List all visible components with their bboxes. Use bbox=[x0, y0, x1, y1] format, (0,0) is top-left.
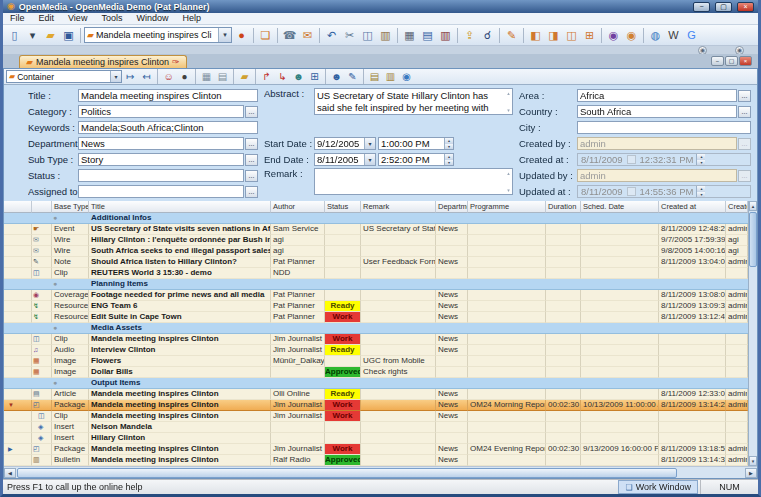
layout-right-button[interactable]: ◨ bbox=[545, 27, 562, 44]
start-date-input[interactable]: 9/12/2005 ▾ bbox=[314, 137, 376, 150]
assigned-to-input[interactable] bbox=[78, 185, 244, 198]
table-row[interactable]: ▤ArticleMandela meeting inspires Clinton… bbox=[4, 389, 748, 400]
end-time-input[interactable]: 2:52:00 PM ▴▾ bbox=[378, 153, 454, 166]
table-row[interactable]: ▥BulletinMandela meeting inspires Clinto… bbox=[4, 455, 748, 466]
layout-grid-button[interactable]: ⊞ bbox=[581, 27, 598, 44]
undo-button[interactable]: ↶ bbox=[323, 27, 340, 44]
city-input[interactable] bbox=[577, 121, 751, 134]
table-row[interactable]: ↯ResourceEdit Suite in Cape TownPat Plan… bbox=[4, 312, 748, 323]
column-header-baseType[interactable]: Base Type bbox=[52, 201, 89, 213]
user-edit-button[interactable]: ✎ bbox=[345, 70, 360, 84]
work-window-indicator[interactable]: ❏ Work Window bbox=[618, 480, 698, 494]
section-row[interactable]: ●Planning Items bbox=[4, 279, 748, 290]
table-row[interactable]: ✎NoteShould Africa listen to Hillary Cli… bbox=[4, 257, 748, 268]
chevron-down-icon[interactable]: ▾ bbox=[364, 154, 375, 165]
column-header-expander[interactable] bbox=[4, 201, 32, 213]
sub-type-input[interactable] bbox=[78, 153, 244, 166]
section-row[interactable]: ●Media Assets bbox=[4, 323, 748, 334]
child-close-button[interactable]: × bbox=[739, 56, 752, 66]
column-header-programme[interactable]: Programme bbox=[468, 201, 546, 213]
print-preview-button[interactable]: ▤ bbox=[215, 70, 230, 84]
layout-split-button[interactable]: ◫ bbox=[563, 27, 580, 44]
archive-button[interactable]: ▥ bbox=[437, 27, 454, 44]
team-button[interactable]: ☻ bbox=[291, 70, 306, 84]
globe-button[interactable]: ◉ bbox=[399, 70, 414, 84]
stop-button[interactable]: ● bbox=[177, 70, 192, 84]
print-button[interactable]: ▦ bbox=[199, 70, 214, 84]
close-document-button[interactable]: ● bbox=[233, 27, 250, 44]
keywords-input[interactable] bbox=[78, 121, 258, 134]
phone-button[interactable]: ☎ bbox=[281, 27, 298, 44]
layout-left-button[interactable]: ◧ bbox=[527, 27, 544, 44]
form-alt-button[interactable]: ▥ bbox=[383, 70, 398, 84]
scroll-left-button[interactable]: ◀ bbox=[4, 468, 16, 478]
globe-button[interactable]: ◍ bbox=[647, 27, 664, 44]
status-picker-button[interactable]: ... bbox=[245, 170, 258, 182]
copy-button[interactable]: ◫ bbox=[359, 27, 376, 44]
column-header-author[interactable]: Author bbox=[271, 201, 325, 213]
child-restore-button[interactable]: ▢ bbox=[725, 56, 738, 66]
table-row[interactable]: ↯ResourceENG Team 6Pat PlannerReadyNews8… bbox=[4, 301, 748, 312]
table-row[interactable]: ♫AudioInterview ClintonJim JournalistRea… bbox=[4, 345, 748, 356]
menu-file[interactable]: File bbox=[3, 13, 32, 24]
table-row[interactable]: ▦ImageFlowersMünür_Dalkay_UGC from Mobil… bbox=[4, 356, 748, 367]
scroll-up-button[interactable]: ▴ bbox=[749, 201, 757, 211]
table-row[interactable]: ▼◰PackageMandela meeting inspires Clinto… bbox=[4, 400, 748, 411]
assign-forward-button[interactable]: ↦ bbox=[123, 70, 138, 84]
menu-help[interactable]: Help bbox=[175, 13, 208, 24]
paste-button[interactable]: ▥ bbox=[377, 27, 394, 44]
column-header-createdBy[interactable]: Created by bbox=[726, 201, 748, 213]
search-button[interactable]: ☌ bbox=[479, 27, 496, 44]
start-time-input[interactable]: 1:00:00 PM ▴▾ bbox=[378, 137, 454, 150]
close-button[interactable]: × bbox=[737, 2, 754, 12]
section-row[interactable]: ●Additional Infos bbox=[4, 213, 748, 224]
column-header-remark[interactable]: Remark bbox=[361, 201, 436, 213]
menu-view[interactable]: View bbox=[61, 13, 94, 24]
column-header-duration[interactable]: Duration bbox=[546, 201, 581, 213]
menu-window[interactable]: Window bbox=[129, 13, 175, 24]
new-document-dropdown[interactable]: ▾ bbox=[24, 27, 41, 44]
document-properties-button[interactable]: ▤ bbox=[419, 27, 436, 44]
horizontal-scroll-thumb[interactable] bbox=[17, 468, 677, 478]
assign-back-button[interactable]: ↤ bbox=[139, 70, 154, 84]
table-row[interactable]: ◈InsertNelson Mandela bbox=[4, 422, 748, 433]
table-row[interactable]: ✉WireSouth Africa seeks to end illegal p… bbox=[4, 246, 748, 257]
tab-mandela-meeting[interactable]: ▰ Mandela meeting inspires Clinton ✑ bbox=[19, 55, 187, 68]
area-picker-button[interactable]: ... bbox=[738, 90, 751, 102]
menu-edit[interactable]: Edit bbox=[32, 13, 62, 24]
rundown-button[interactable]: ⊞ bbox=[307, 70, 322, 84]
chevron-down-icon[interactable]: ▾ bbox=[110, 71, 121, 82]
folder-publish-button[interactable]: ▰ bbox=[237, 70, 252, 84]
column-header-schedDate[interactable]: Sched. Date bbox=[581, 201, 659, 213]
document-combo[interactable]: ▰Mandela meeting inspires Cli▾ bbox=[84, 27, 232, 43]
remark-scrollbar[interactable]: ▴▾ bbox=[505, 169, 512, 194]
table-row[interactable]: ☛EventUS Secretary of State visits seven… bbox=[4, 224, 748, 235]
country-picker-button[interactable]: ... bbox=[738, 106, 751, 118]
category-input[interactable] bbox=[78, 105, 244, 118]
title-input[interactable] bbox=[78, 89, 258, 102]
cut-button[interactable]: ✂ bbox=[341, 27, 358, 44]
child-minimize-button[interactable]: − bbox=[711, 56, 724, 66]
column-header-icon[interactable] bbox=[32, 201, 52, 213]
mail-button[interactable]: ✉ bbox=[299, 27, 316, 44]
column-header-status[interactable]: Status bbox=[325, 201, 361, 213]
table-row[interactable]: ◫ClipMandela meeting inspires ClintonJim… bbox=[4, 334, 748, 345]
status-input[interactable] bbox=[78, 169, 244, 182]
google-button[interactable]: G bbox=[683, 27, 700, 44]
maximize-button[interactable]: ▢ bbox=[715, 2, 732, 12]
collapse-icon[interactable]: ▼ bbox=[4, 400, 32, 411]
vertical-scroll-thumb[interactable] bbox=[749, 212, 757, 267]
open-folder-button[interactable]: ▰ bbox=[42, 27, 59, 44]
column-header-department[interactable]: Department bbox=[436, 201, 468, 213]
column-header-createdAt[interactable]: Created at bbox=[659, 201, 726, 213]
user-dropdown-button[interactable]: ☺ bbox=[161, 70, 176, 84]
sub-type-picker-button[interactable]: ... bbox=[245, 154, 258, 166]
print-button[interactable]: ▦ bbox=[401, 27, 418, 44]
table-row[interactable]: ◫ClipMandela meeting inspires ClintonJim… bbox=[4, 411, 748, 422]
save-button[interactable]: ▣ bbox=[60, 27, 77, 44]
user-button[interactable]: ☻ bbox=[329, 70, 344, 84]
pin-icon[interactable]: ✑ bbox=[172, 57, 180, 67]
table-row[interactable]: ◉CoverageFootage needed for prime news a… bbox=[4, 290, 748, 301]
table-row[interactable]: ✉WireHillary Clinton : l'enquête ordonné… bbox=[4, 235, 748, 246]
time-spinner[interactable]: ▴▾ bbox=[444, 138, 453, 149]
